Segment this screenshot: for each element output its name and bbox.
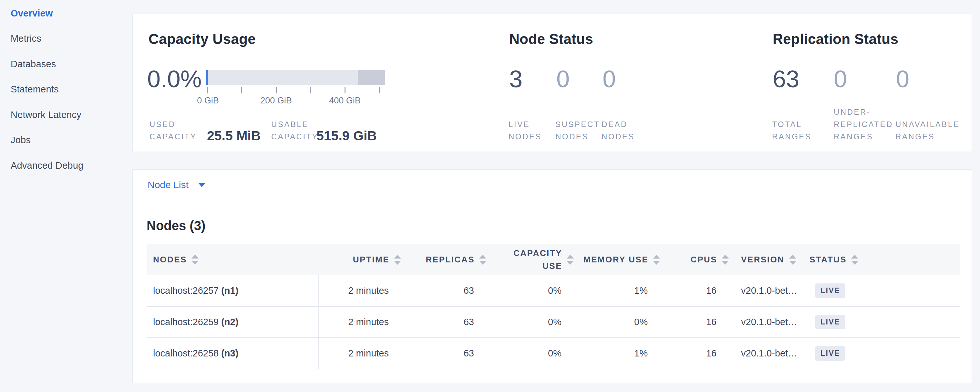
used-capacity-value: 25.5 MiB	[207, 129, 261, 143]
node-id: (n2)	[221, 317, 238, 327]
live-nodes-label: LIVE NODES	[509, 118, 542, 143]
status-cell: LIVE	[800, 307, 960, 337]
view-selector-bar: Node List	[133, 170, 972, 200]
under-replicated-ranges-label: UNDER- REPLICATED RANGES	[834, 106, 893, 143]
sidebar-item-databases[interactable]: Databases	[11, 51, 124, 77]
memory-use-cell: 1%	[577, 275, 663, 306]
memory-use-cell: 0%	[577, 307, 663, 337]
sidebar-item-metrics[interactable]: Metrics	[11, 26, 124, 52]
dead-nodes-label: DEAD NODES	[601, 118, 635, 143]
node-status-title: Node Status	[509, 31, 593, 47]
axis-tick-label: 0 GiB	[197, 96, 219, 106]
sort-arrows-icon	[191, 255, 199, 265]
axis-tick-label: 400 GiB	[329, 96, 361, 106]
replicas-cell: 63	[404, 275, 490, 306]
node-list-card: Node List Nodes (3) NODES UPTIME REPLICA…	[132, 169, 972, 383]
capacity-bar-used-segment	[206, 70, 208, 85]
sidebar: Overview Metrics Databases Statements Ne…	[11, 1, 124, 178]
capacity-use-cell: 0%	[490, 307, 577, 337]
capacity-axis-labels: 0 GiB 200 GiB 400 GiB	[206, 96, 385, 107]
column-header-uptime[interactable]: UPTIME	[319, 244, 404, 275]
column-header-status[interactable]: STATUS	[800, 244, 960, 275]
node-list-dropdown[interactable]: Node List	[148, 179, 205, 190]
unavailable-ranges-count: 0	[896, 67, 909, 91]
column-label: STATUS	[810, 255, 846, 265]
capacity-bar-reserved-segment	[358, 70, 385, 85]
column-header-memory-use[interactable]: MEMORY USE	[577, 244, 663, 275]
column-label: CAPACITY USE	[510, 247, 562, 272]
uptime-cell: 2 minutes	[319, 275, 404, 306]
replication-status-title: Replication Status	[773, 31, 898, 47]
sort-arrows-icon	[789, 255, 796, 265]
uptime-cell: 2 minutes	[319, 307, 404, 337]
sort-arrows-icon	[722, 255, 729, 265]
version-cell: v20.1.0-bet…	[732, 275, 800, 306]
status-badge: LIVE	[815, 315, 845, 330]
sort-arrows-icon	[851, 255, 858, 265]
column-header-nodes[interactable]: NODES	[146, 244, 319, 275]
column-header-capacity-use[interactable]: CAPACITY USE	[490, 244, 577, 275]
live-nodes-count: 3	[509, 67, 522, 91]
capacity-axis	[206, 87, 385, 94]
node-list-dropdown-label: Node List	[148, 179, 189, 190]
node-address-cell: localhost:26257 (n1)	[146, 275, 319, 306]
node-address-link[interactable]: localhost:26258	[153, 348, 219, 359]
sort-arrows-icon	[653, 255, 660, 265]
uptime-cell: 2 minutes	[319, 338, 404, 369]
sort-arrows-icon	[479, 255, 486, 265]
cpus-cell: 16	[663, 307, 732, 337]
capacity-used-percent: 0.0%	[147, 67, 202, 91]
version-cell: v20.1.0-bet…	[732, 338, 800, 369]
total-ranges-count: 63	[773, 67, 799, 91]
sidebar-item-jobs[interactable]: Jobs	[11, 127, 124, 153]
status-badge: LIVE	[815, 346, 845, 361]
column-header-version[interactable]: VERSION	[732, 244, 800, 275]
column-label: NODES	[153, 255, 187, 265]
column-header-cpus[interactable]: CPUS	[663, 244, 732, 275]
replicas-cell: 63	[404, 307, 490, 337]
node-id: (n3)	[221, 348, 238, 359]
under-replicated-ranges-count: 0	[834, 67, 847, 91]
node-address-cell: localhost:26258 (n3)	[146, 338, 319, 369]
chevron-down-icon	[198, 183, 205, 187]
nodes-table: NODES UPTIME REPLICAS CAPACITY USE MEMOR…	[146, 244, 960, 370]
column-label: MEMORY USE	[584, 255, 648, 265]
column-label: VERSION	[741, 255, 784, 265]
axis-tick	[241, 87, 242, 93]
capacity-usage-title: Capacity Usage	[148, 31, 256, 47]
node-address-link[interactable]: localhost:26259	[153, 317, 219, 327]
suspect-nodes-label: SUSPECT NODES	[555, 118, 600, 143]
table-row: localhost:26257 (n1) 2 minutes 63 0% 1% …	[146, 275, 960, 307]
status-cell: LIVE	[800, 338, 960, 369]
replicas-cell: 63	[404, 338, 490, 369]
node-address-link[interactable]: localhost:26257	[153, 285, 219, 296]
capacity-bar	[206, 70, 385, 85]
memory-use-cell: 1%	[577, 338, 663, 369]
axis-tick	[276, 87, 277, 93]
suspect-nodes-count: 0	[556, 67, 570, 91]
dead-nodes-count: 0	[603, 67, 616, 91]
cpus-cell: 16	[663, 338, 732, 369]
used-capacity-label: USED CAPACITY	[150, 118, 197, 143]
cpus-cell: 16	[663, 275, 732, 306]
table-header-row: NODES UPTIME REPLICAS CAPACITY USE MEMOR…	[146, 244, 960, 275]
column-header-replicas[interactable]: REPLICAS	[404, 244, 490, 275]
status-badge: LIVE	[815, 284, 845, 298]
nodes-heading: Nodes (3)	[146, 218, 205, 233]
sidebar-item-network-latency[interactable]: Network Latency	[11, 102, 124, 127]
axis-tick-label: 200 GiB	[260, 96, 292, 106]
total-ranges-label: TOTAL RANGES	[772, 118, 811, 143]
table-row: localhost:26259 (n2) 2 minutes 63 0% 0% …	[146, 307, 960, 338]
sort-arrows-icon	[567, 255, 574, 265]
usable-capacity-label: USABLE CAPACITY	[271, 118, 318, 143]
sidebar-item-overview[interactable]: Overview	[11, 1, 124, 26]
capacity-use-cell: 0%	[490, 275, 577, 306]
sort-arrows-icon	[394, 255, 401, 265]
sidebar-item-advanced-debug[interactable]: Advanced Debug	[11, 153, 124, 178]
sidebar-item-statements[interactable]: Statements	[11, 77, 124, 102]
axis-tick	[207, 87, 208, 93]
node-address-cell: localhost:26259 (n2)	[146, 307, 319, 337]
status-cell: LIVE	[800, 275, 960, 306]
capacity-use-cell: 0%	[490, 338, 577, 369]
table-row: localhost:26258 (n3) 2 minutes 63 0% 1% …	[146, 338, 960, 370]
